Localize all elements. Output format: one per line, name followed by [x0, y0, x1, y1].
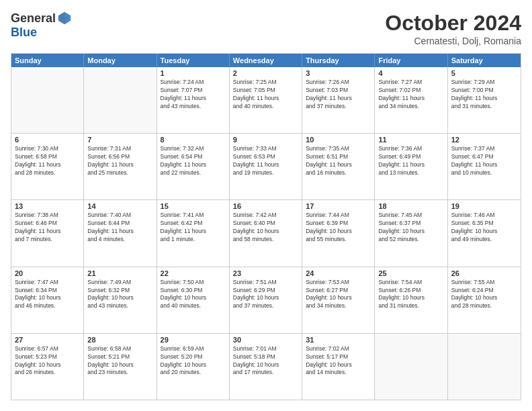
cell-info-line: Daylight: 10 hours [161, 294, 226, 302]
day-number: 22 [161, 269, 226, 277]
cell-info-line: Sunset: 6:54 PM [161, 153, 226, 161]
cell-info-line: Sunset: 6:47 PM [451, 153, 517, 161]
cell-info-line: Daylight: 10 hours [15, 294, 80, 302]
cell-info-line: Sunrise: 7:51 AM [233, 279, 298, 287]
cell-info-line: Daylight: 11 hours [15, 161, 80, 169]
day-cell-23: 23Sunrise: 7:51 AMSunset: 6:29 PMDayligh… [230, 267, 302, 333]
cell-info-line: Daylight: 11 hours [451, 95, 517, 103]
cell-info-line: Daylight: 10 hours [87, 361, 152, 369]
cell-info-line: Daylight: 10 hours [378, 294, 443, 302]
day-cell-2: 2Sunrise: 7:25 AMSunset: 7:05 PMDaylight… [230, 67, 302, 133]
cell-info-line: Sunrise: 7:44 AM [306, 212, 371, 220]
cell-info-line: and 28 minutes. [15, 169, 80, 177]
cell-info-line: and 14 minutes. [306, 369, 371, 377]
cell-info-line: Sunset: 6:44 PM [87, 220, 152, 228]
day-cell-30: 30Sunrise: 7:01 AMSunset: 5:18 PMDayligh… [230, 334, 302, 400]
header: General Blue October 2024 Cernatesti, Do… [11, 11, 521, 46]
cell-info-line: Daylight: 11 hours [306, 161, 371, 169]
day-cell-21: 21Sunrise: 7:49 AMSunset: 6:32 PMDayligh… [84, 267, 157, 333]
cell-info-line: and 43 minutes. [87, 302, 152, 310]
day-cell-10: 10Sunrise: 7:35 AMSunset: 6:51 PMDayligh… [302, 134, 375, 199]
day-cell-16: 16Sunrise: 7:42 AMSunset: 6:40 PMDayligh… [230, 200, 302, 266]
day-cell-15: 15Sunrise: 7:41 AMSunset: 6:42 PMDayligh… [157, 200, 230, 266]
cell-info-line: and 37 minutes. [306, 103, 371, 111]
cell-info-line: Sunset: 6:26 PM [378, 287, 443, 295]
cell-info-line: and 31 minutes. [378, 302, 443, 310]
day-cell-17: 17Sunrise: 7:44 AMSunset: 6:39 PMDayligh… [302, 200, 375, 266]
cell-info-line: Daylight: 10 hours [233, 361, 298, 369]
cell-info-line: Sunrise: 6:57 AM [15, 345, 80, 353]
cell-info-line: Daylight: 10 hours [233, 228, 298, 236]
day-number: 25 [378, 269, 443, 277]
cell-info-line: and 52 minutes. [378, 236, 443, 244]
cell-info-line: Sunset: 6:40 PM [233, 220, 298, 228]
day-cell-5: 5Sunrise: 7:29 AMSunset: 7:00 PMDaylight… [448, 67, 521, 133]
day-number: 6 [15, 136, 80, 144]
empty-cell [11, 67, 84, 133]
cell-info-line: Sunrise: 7:53 AM [306, 279, 371, 287]
day-header-monday: Monday [84, 54, 157, 67]
calendar-body: 1Sunrise: 7:24 AMSunset: 7:07 PMDaylight… [11, 67, 521, 400]
day-number: 16 [233, 202, 298, 210]
day-number: 1 [161, 69, 226, 77]
cell-info-line: Sunset: 6:35 PM [451, 220, 517, 228]
cell-info-line: Sunrise: 7:55 AM [451, 279, 517, 287]
empty-cell [448, 334, 521, 400]
cell-info-line: Sunset: 7:05 PM [233, 87, 298, 95]
cell-info-line: Sunrise: 7:33 AM [233, 145, 298, 153]
day-header-tuesday: Tuesday [157, 54, 230, 67]
day-number: 23 [233, 269, 298, 277]
day-cell-1: 1Sunrise: 7:24 AMSunset: 7:07 PMDaylight… [157, 67, 230, 133]
cell-info-line: Sunset: 6:46 PM [15, 220, 80, 228]
cell-info-line: Daylight: 10 hours [451, 228, 517, 236]
day-number: 11 [378, 136, 443, 144]
calendar-row-2: 6Sunrise: 7:30 AMSunset: 6:58 PMDaylight… [11, 133, 521, 199]
cell-info-line: Sunset: 6:49 PM [378, 153, 443, 161]
cell-info-line: and 20 minutes. [161, 369, 226, 377]
day-header-saturday: Saturday [448, 54, 521, 67]
cell-info-line: Daylight: 11 hours [87, 161, 152, 169]
day-header-wednesday: Wednesday [230, 54, 302, 67]
day-cell-27: 27Sunrise: 6:57 AMSunset: 5:23 PMDayligh… [11, 334, 84, 400]
cell-info-line: Sunrise: 7:01 AM [233, 345, 298, 353]
day-cell-9: 9Sunrise: 7:33 AMSunset: 6:53 PMDaylight… [230, 134, 302, 199]
calendar: SundayMondayTuesdayWednesdayThursdayFrid… [11, 53, 521, 400]
day-cell-12: 12Sunrise: 7:37 AMSunset: 6:47 PMDayligh… [448, 134, 521, 199]
day-cell-28: 28Sunrise: 6:58 AMSunset: 5:21 PMDayligh… [84, 334, 157, 400]
day-number: 10 [306, 136, 371, 144]
cell-info-line: and 34 minutes. [378, 103, 443, 111]
day-cell-6: 6Sunrise: 7:30 AMSunset: 6:58 PMDaylight… [11, 134, 84, 199]
cell-info-line: Daylight: 11 hours [233, 161, 298, 169]
cell-info-line: Daylight: 11 hours [15, 228, 80, 236]
calendar-row-5: 27Sunrise: 6:57 AMSunset: 5:23 PMDayligh… [11, 333, 521, 400]
logo: General Blue [11, 11, 72, 40]
day-number: 21 [87, 269, 152, 277]
cell-info-line: Sunset: 5:21 PM [87, 353, 152, 361]
day-number: 31 [306, 336, 371, 344]
cell-info-line: Sunset: 6:39 PM [306, 220, 371, 228]
cell-info-line: Sunrise: 6:59 AM [161, 345, 226, 353]
day-number: 20 [15, 269, 80, 277]
day-number: 5 [451, 69, 517, 77]
cell-info-line: Sunset: 6:37 PM [378, 220, 443, 228]
month-title: October 2024 [385, 11, 521, 36]
cell-info-line: and 28 minutes. [451, 302, 517, 310]
cell-info-line: and 7 minutes. [15, 236, 80, 244]
cell-info-line: and 31 minutes. [451, 103, 517, 111]
cell-info-line: Sunset: 7:07 PM [161, 87, 226, 95]
logo-icon [57, 11, 72, 26]
cell-info-line: and 13 minutes. [378, 169, 443, 177]
cell-info-line: and 55 minutes. [306, 236, 371, 244]
day-number: 12 [451, 136, 517, 144]
day-cell-11: 11Sunrise: 7:36 AMSunset: 6:49 PMDayligh… [375, 134, 447, 199]
cell-info-line: Sunrise: 7:49 AM [87, 279, 152, 287]
cell-info-line: Sunset: 6:51 PM [306, 153, 371, 161]
cell-info-line: Daylight: 11 hours [378, 95, 443, 103]
cell-info-line: Sunrise: 7:54 AM [378, 279, 443, 287]
cell-info-line: and 17 minutes. [233, 369, 298, 377]
day-number: 24 [306, 269, 371, 277]
day-cell-3: 3Sunrise: 7:26 AMSunset: 7:03 PMDaylight… [302, 67, 375, 133]
cell-info-line: Daylight: 10 hours [451, 294, 517, 302]
title-block: October 2024 Cernatesti, Dolj, Romania [385, 11, 521, 46]
cell-info-line: Sunset: 5:17 PM [306, 353, 371, 361]
